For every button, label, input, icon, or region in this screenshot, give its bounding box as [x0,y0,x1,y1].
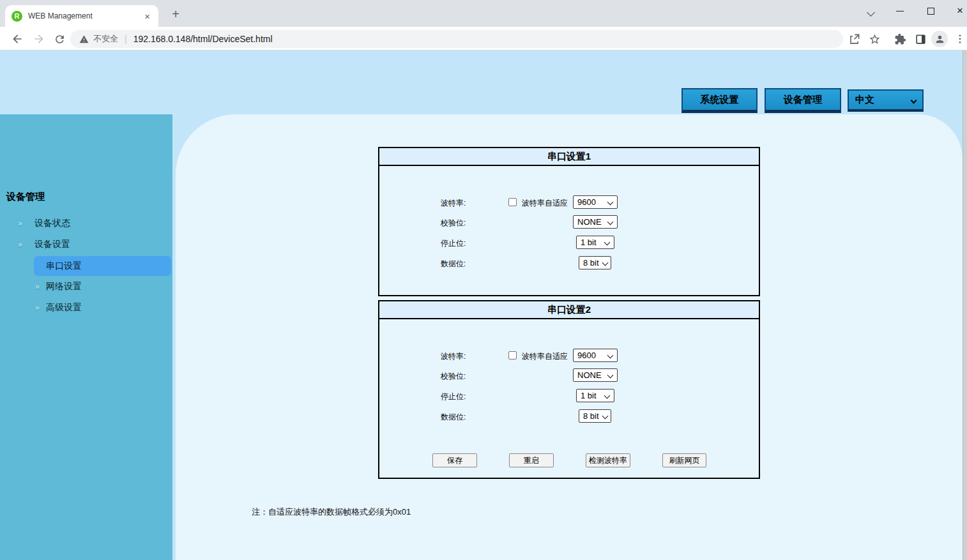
chevron-down-icon [867,8,875,17]
puzzle-icon [894,33,906,45]
window-close-button[interactable]: × [949,3,967,19]
baud-auto-checkbox[interactable] [508,198,517,206]
stop-bit-select[interactable]: 1 bit [576,236,614,249]
arrow-bullet-icon: » [35,303,40,312]
forward-arrow-icon [33,33,45,45]
data-bit-row: 数据位: 8 bit [379,256,759,270]
bookmark-button[interactable] [866,31,883,47]
page-scrollbar[interactable] [963,50,967,560]
arrow-bullet-icon: » [18,240,22,249]
arrow-bullet-icon: » [35,282,40,291]
url-divider: | [125,34,127,44]
sidebar-title: 设备管理 [6,191,45,203]
tab-close-icon[interactable]: × [142,11,152,21]
serial-settings-panel-1: 串口设置1 波特率: 波特率自适应 9600 校验位: NONE 停止位: 1 … [378,147,760,296]
data-bit-select[interactable]: 8 bit [579,256,611,269]
save-button[interactable]: 保存 [432,453,477,467]
forward-button[interactable] [31,31,47,47]
new-tab-button[interactable]: + [167,6,184,22]
baud-auto-label: 波特率自适应 [522,198,568,209]
serial-settings-panel-2: 串口设置2 波特率: 波特率自适应 9600 校验位: NONE 停止位: 1 … [378,300,760,479]
avatar [931,31,948,47]
minimize-icon [896,11,904,11]
footnote: 注：自适应波特率的数据帧格式必须为0x01 [252,506,411,518]
kebab-menu-icon [954,33,966,45]
sidebar-item-serial-settings[interactable]: 串口设置 [34,256,171,276]
panel-title: 串口设置1 [379,148,759,166]
data-bit-select[interactable]: 8 bit [579,409,611,423]
security-label[interactable]: 不安全 [93,33,118,45]
baud-rate-row: 波特率: 波特率自适应 9600 [379,349,759,363]
stop-bit-select[interactable]: 1 bit [576,389,614,402]
baud-auto-label: 波特率自适应 [522,351,568,362]
reload-button[interactable] [51,31,68,47]
browser-menu-button[interactable] [952,31,967,47]
parity-select[interactable]: NONE [573,215,618,229]
back-button[interactable] [9,31,26,47]
parity-label: 校验位: [441,371,466,382]
sidebar-item-device-settings[interactable]: 设备设置 [34,239,70,250]
baud-rate-row: 波特率: 波特率自适应 9600 [379,195,759,209]
site-favicon-icon: R [11,11,22,22]
stop-bit-label: 停止位: [441,238,466,249]
parity-row: 校验位: NONE [379,215,759,229]
parity-select[interactable]: NONE [573,368,618,382]
url-text[interactable]: 192.168.0.148/html/DeviceSet.html [133,34,273,44]
window-maximize-button[interactable] [920,3,941,19]
system-settings-button[interactable]: 系统设置 [681,88,758,113]
data-bit-row: 数据位: 8 bit [379,409,759,423]
maximize-icon [927,8,934,15]
parity-row: 校验位: NONE [379,368,759,382]
share-icon [848,33,860,45]
browser-titlebar: R WEB Management × + × [0,0,967,27]
baud-auto-checkbox[interactable] [508,351,517,359]
stop-bit-row: 停止位: 1 bit [379,236,759,250]
stop-bit-row: 停止位: 1 bit [379,389,759,403]
tab-search-chevron-icon[interactable] [864,6,878,20]
arrow-bullet-icon: » [18,219,22,228]
restart-button[interactable]: 重启 [509,453,554,467]
baud-rate-label: 波特率: [441,198,466,209]
data-bit-label: 数据位: [441,259,466,269]
data-bit-label: 数据位: [441,412,466,423]
sidebar-item-device-status[interactable]: 设备状态 [34,218,70,229]
not-secure-warning-icon [79,34,89,44]
actions-row: 保存 重启 检测波特率 刷新网页 [379,453,759,467]
side-panel-button[interactable] [912,31,929,47]
sidebar-item-advanced-settings[interactable]: 高级设置 [46,302,82,314]
panel-title: 串口设置2 [379,301,759,319]
baud-rate-select[interactable]: 9600 [573,349,618,362]
language-selected-value: 中文 [855,94,874,106]
browser-tab[interactable]: R WEB Management × [5,5,158,27]
detect-baud-rate-button[interactable]: 检测波特率 [586,453,630,467]
extensions-button[interactable] [892,31,908,47]
browser-navbar: 不安全 | 192.168.0.148/html/DeviceSet.html [0,27,967,50]
device-management-button[interactable]: 设备管理 [765,88,841,113]
star-icon [869,33,881,45]
parity-label: 校验位: [441,218,466,229]
stop-bit-label: 停止位: [441,391,466,402]
baud-rate-select[interactable]: 9600 [573,195,618,209]
refresh-page-button[interactable]: 刷新网页 [662,453,706,467]
baud-rate-label: 波特率: [441,351,466,362]
window-minimize-button[interactable] [889,3,911,19]
reload-icon [54,33,66,45]
profile-button[interactable] [931,31,948,47]
page-content: 系统设置 设备管理 中文 设备管理 » 设备状态 » 设备设置 串口设置 » 网… [0,50,967,560]
tab-title: WEB Management [28,11,142,20]
language-select[interactable]: 中文 [848,89,924,112]
back-arrow-icon [11,33,24,45]
side-panel-icon [915,33,927,45]
sidebar-item-network-settings[interactable]: 网络设置 [46,281,82,292]
sidebar: 设备管理 » 设备状态 » 设备设置 串口设置 » 网络设置 » 高级设置 [0,114,172,560]
chevron-down-icon [911,98,917,104]
share-button[interactable] [846,31,862,47]
address-bar[interactable]: 不安全 | 192.168.0.148/html/DeviceSet.html [70,30,843,48]
